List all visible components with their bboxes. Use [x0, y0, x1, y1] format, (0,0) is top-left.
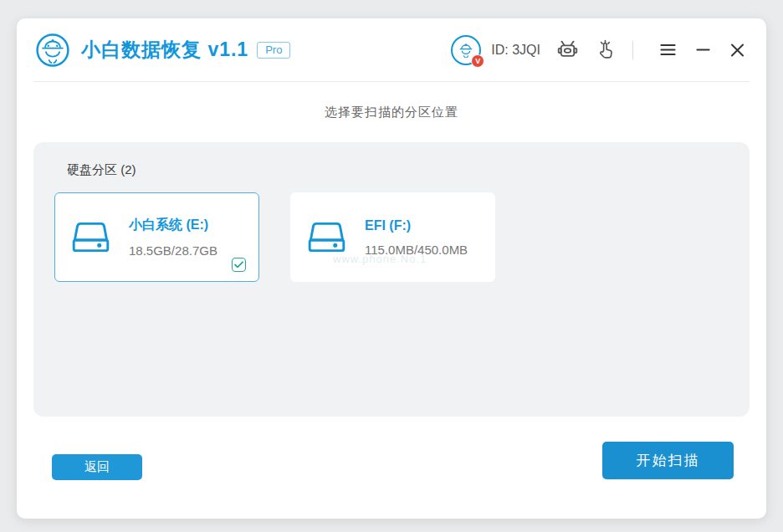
partition-size: 115.0MB/450.0MB [365, 243, 468, 257]
titlebar: 小白数据恢复 v1.1 Pro V [33, 18, 750, 82]
minimize-button[interactable] [693, 40, 714, 59]
close-button[interactable] [727, 40, 748, 60]
brand: 小白数据恢复 v1.1 Pro [35, 33, 290, 68]
user-id: ID: 3JQI [491, 43, 540, 58]
pro-badge: Pro [257, 42, 290, 59]
titlebar-divider [632, 41, 633, 59]
hard-drive-icon [308, 220, 345, 254]
vip-badge: V [471, 54, 484, 68]
partition-card-f[interactable]: EFI (F:) 115.0MB/450.0MB www.phone.No.1 [290, 192, 495, 282]
partition-name: EFI (F:) [365, 218, 468, 233]
app-logo-icon [35, 33, 70, 68]
hand-click-icon[interactable] [595, 39, 616, 60]
partition-info: 小白系统 (E:) 18.5GB/28.7GB [129, 217, 218, 258]
heading-row: 选择要扫描的分区位置 [17, 82, 766, 142]
app-title: 小白数据恢复 v1.1 [81, 37, 248, 63]
partition-name: 小白系统 (E:) [129, 217, 218, 234]
desktop-background: 小白数据恢复 v1.1 Pro V [0, 0, 783, 532]
user-avatar[interactable]: V [451, 35, 481, 65]
start-scan-button[interactable]: 开始扫描 [602, 442, 734, 479]
app-window: 小白数据恢复 v1.1 Pro V [17, 18, 766, 519]
hard-drive-icon [72, 220, 110, 254]
partition-info: EFI (F:) 115.0MB/450.0MB [365, 218, 468, 257]
partition-cards: 小白系统 (E:) 18.5GB/28.7GB [54, 192, 750, 282]
hamburger-menu-icon[interactable] [657, 40, 679, 59]
robot-icon[interactable] [557, 39, 578, 60]
page-title: 选择要扫描的分区位置 [325, 105, 458, 120]
partition-card-e[interactable]: 小白系统 (E:) 18.5GB/28.7GB [54, 192, 259, 282]
partition-checkbox-checked[interactable] [232, 258, 246, 272]
partitions-panel: 硬盘分区 (2) 小白系统 (E:) 18.5GB/28.7GB [33, 142, 750, 417]
back-button[interactable]: 返回 [52, 454, 142, 480]
titlebar-right: V ID: 3JQI [451, 35, 748, 65]
partition-size: 18.5GB/28.7GB [129, 243, 218, 258]
panel-label: 硬盘分区 (2) [33, 142, 750, 178]
